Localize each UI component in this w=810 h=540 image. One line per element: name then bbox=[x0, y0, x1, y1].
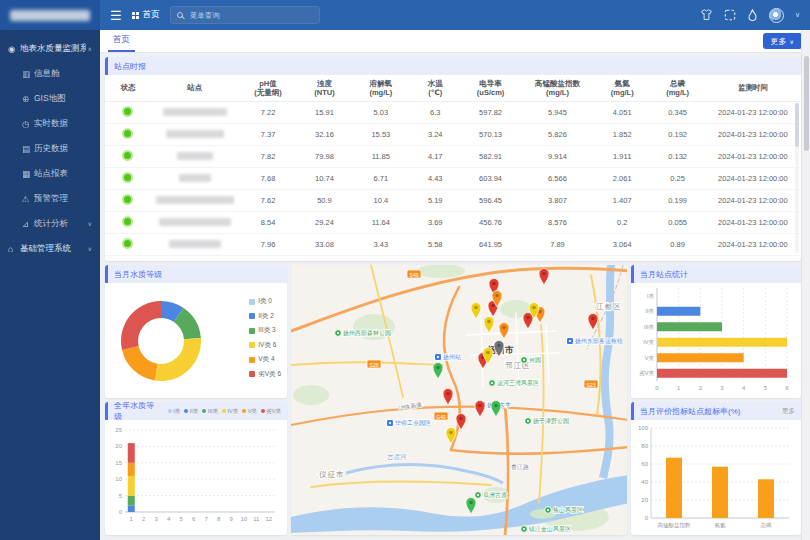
legend-item[interactable]: III类 bbox=[202, 408, 218, 415]
legend-item[interactable]: II类 bbox=[184, 408, 198, 415]
breadcrumb-home[interactable]: 首页 bbox=[132, 9, 160, 21]
user-chevron-down-icon[interactable]: ∨ bbox=[795, 11, 800, 19]
table-cell: 0.055 bbox=[650, 211, 704, 233]
table-cell: 32.16 bbox=[297, 123, 351, 145]
svg-text:9: 9 bbox=[230, 516, 234, 522]
realtime-icon: ◷ bbox=[22, 119, 34, 129]
home-label: 首页 bbox=[143, 9, 160, 21]
system-icon: ◉ bbox=[8, 44, 20, 54]
svg-text:11: 11 bbox=[253, 516, 260, 522]
station-name-redacted bbox=[163, 108, 227, 116]
legend-item[interactable]: II类 2 bbox=[249, 312, 281, 321]
scrollbar-thumb[interactable] bbox=[804, 56, 809, 151]
svg-text:氨氮: 氨氮 bbox=[715, 522, 727, 528]
more-button[interactable]: 更多∨ bbox=[763, 33, 802, 49]
table-row[interactable]: 7.2215.915.036.3597.825.9454.0510.345202… bbox=[105, 101, 801, 123]
sidebar-item-4[interactable]: ▦站点报表 bbox=[0, 161, 100, 186]
table-row[interactable]: 7.8279.9811.854.17582.919.9141.9110.1322… bbox=[105, 145, 801, 167]
map-label: 运河三湾风景区 bbox=[497, 379, 539, 387]
table-row[interactable]: 7.3732.1615.533.24570.135.8261.8520.1922… bbox=[105, 123, 801, 145]
svg-text:6: 6 bbox=[785, 385, 789, 391]
exceed-rate-chart: 020406080100高锰酸盐指数氨氮总磷 bbox=[631, 420, 795, 534]
map-label: 华侨工业园区 bbox=[395, 419, 431, 427]
map-label: 瓜洲古渡 bbox=[483, 491, 507, 499]
month-station-stats-chart: 0123456I类II类III类IV类V类劣V类 bbox=[631, 283, 795, 395]
svg-text:6: 6 bbox=[192, 516, 196, 522]
map-label: 古运河 bbox=[387, 453, 407, 461]
avatar[interactable] bbox=[769, 8, 784, 23]
table-row[interactable]: 7.9633.083.435.58641.957.893.0640.892024… bbox=[105, 233, 801, 255]
sidebar-item-3[interactable]: ▤历史数据 bbox=[0, 136, 100, 161]
tabbar: 首页 更多∨ bbox=[100, 30, 810, 53]
legend-item[interactable]: 劣V类 6 bbox=[249, 370, 281, 379]
sidebar-item-label: GIS地图 bbox=[34, 93, 92, 105]
donut-slice-V类 bbox=[122, 346, 158, 380]
table-cell: 15.53 bbox=[352, 123, 411, 145]
legend-item[interactable]: 劣V类 bbox=[261, 408, 281, 415]
sidebar-group-water-system[interactable]: ◉ 地表水质量监测系统 ∧ bbox=[0, 36, 100, 61]
table-cell: 2.061 bbox=[594, 167, 650, 189]
year-quality-stacked-chart: 0510152025123456789101112 bbox=[105, 420, 281, 532]
sidebar-group-base-system[interactable]: ⌂ 基础管理系统 ∨ bbox=[0, 236, 100, 261]
svg-text:80: 80 bbox=[641, 443, 648, 449]
tab-home[interactable]: 首页 bbox=[108, 30, 135, 52]
legend-item[interactable]: III类 3 bbox=[249, 326, 281, 335]
column-header: 氨氮(mg/L) bbox=[594, 75, 650, 101]
theme-skin-icon[interactable] bbox=[700, 9, 713, 21]
legend-item[interactable]: V类 bbox=[242, 408, 257, 415]
table-row[interactable]: 8.5429.2411.643.69456.768.5760.20.055202… bbox=[105, 211, 801, 233]
station-name-redacted bbox=[169, 240, 221, 248]
chevron-up-icon: ∧ bbox=[86, 45, 92, 52]
month-quality-panel: 当月水质等级 I类 0II类 2III类 3IV类 6V类 4劣V类 6 bbox=[105, 265, 287, 398]
vbar-高锰酸盐指数 bbox=[666, 458, 682, 518]
table-row[interactable]: 7.6250.910.45.19596.453.8071.4070.199202… bbox=[105, 189, 801, 211]
table-scrollbar[interactable] bbox=[795, 103, 799, 253]
flame-icon[interactable] bbox=[747, 9, 758, 22]
table-cell: 3.43 bbox=[352, 233, 411, 255]
svg-text:劣V类: 劣V类 bbox=[639, 370, 654, 377]
table-cell: 5.826 bbox=[521, 123, 594, 145]
sidebar-item-5[interactable]: ⚠预警管理 bbox=[0, 186, 100, 211]
svg-text:4: 4 bbox=[742, 385, 746, 391]
exceed-rate-more-link[interactable]: 更多 bbox=[782, 407, 795, 416]
table-cell: 603.94 bbox=[460, 167, 521, 189]
svg-text:10: 10 bbox=[240, 516, 247, 522]
map-label: 春江路 bbox=[511, 464, 529, 471]
svg-text:I类: I类 bbox=[647, 293, 655, 299]
page-scrollbar[interactable] bbox=[801, 30, 810, 540]
legend-item[interactable]: IV类 6 bbox=[249, 341, 281, 350]
map-label: 江都区 bbox=[596, 302, 622, 311]
sidebar-item-6[interactable]: ⊿统计分析∨ bbox=[0, 211, 100, 236]
station-name-redacted bbox=[156, 196, 234, 204]
legend-item[interactable]: I类 0 bbox=[249, 297, 281, 306]
legend-item[interactable]: I类 bbox=[168, 408, 181, 415]
chevron-down-icon: ∨ bbox=[790, 38, 794, 45]
column-header: 站点 bbox=[151, 75, 239, 101]
sidebar-item-0[interactable]: ▥信息舱 bbox=[0, 61, 100, 86]
sidebar-item-label: 历史数据 bbox=[34, 143, 92, 155]
hbar-III类 bbox=[657, 322, 722, 331]
svg-text:1: 1 bbox=[677, 385, 681, 391]
sidebar-item-1[interactable]: ⊕GIS地图 bbox=[0, 86, 100, 111]
hbar-劣V类 bbox=[657, 369, 787, 378]
svg-text:10: 10 bbox=[115, 476, 122, 482]
table-cell: 3.69 bbox=[410, 211, 460, 233]
table-cell: 5.945 bbox=[521, 101, 594, 123]
gis-map[interactable]: S49S28G40S23 扬州市邗江区江都区仪征市古运河春江路沪陕高速扬州西部森… bbox=[291, 265, 627, 535]
svg-text:0: 0 bbox=[645, 515, 649, 521]
table-row[interactable]: 7.6810.746.714.43603.946.5662.0610.25202… bbox=[105, 167, 801, 189]
legend-item[interactable]: V类 4 bbox=[249, 355, 281, 364]
vbar-总磷 bbox=[758, 479, 774, 518]
table-cell: 7.96 bbox=[239, 233, 298, 255]
search-input[interactable] bbox=[188, 10, 313, 21]
hamburger-menu-icon[interactable]: ☰ bbox=[110, 9, 122, 22]
table-cell: 33.08 bbox=[297, 233, 351, 255]
menu-search[interactable] bbox=[170, 6, 320, 24]
legend-item[interactable]: IV类 bbox=[222, 408, 238, 415]
stacked-bar-II类 bbox=[128, 505, 135, 512]
grid-icon bbox=[132, 12, 139, 19]
sidebar-item-2[interactable]: ◷实时数据 bbox=[0, 111, 100, 136]
fullscreen-icon[interactable] bbox=[724, 9, 736, 21]
gis-map-panel[interactable]: S49S28G40S23 扬州市邗江区江都区仪征市古运河春江路沪陕高速扬州西部森… bbox=[291, 265, 627, 535]
table-cell: 0.199 bbox=[650, 189, 704, 211]
